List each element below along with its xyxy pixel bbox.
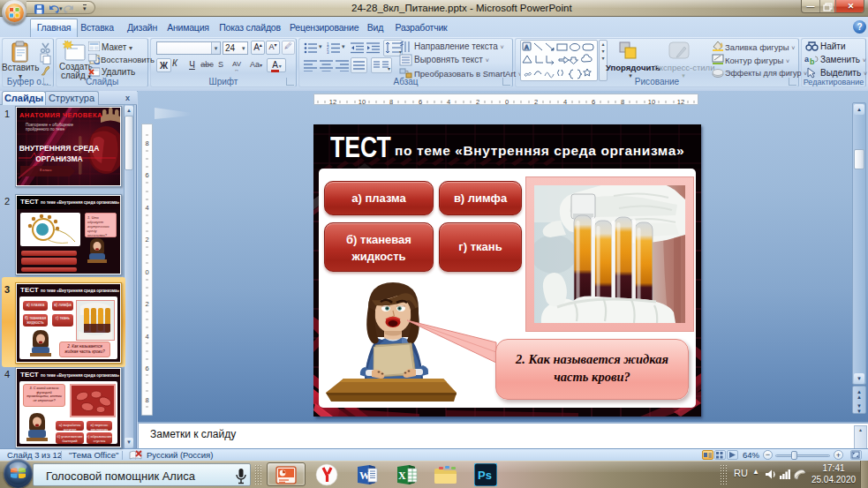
svg-text:W: W bbox=[359, 469, 370, 482]
svg-text:8: 8 bbox=[621, 98, 624, 106]
svg-text:10: 10 bbox=[359, 98, 366, 106]
svg-text:4: 4 bbox=[145, 204, 148, 212]
svg-text:10: 10 bbox=[648, 98, 655, 106]
svg-text:6: 6 bbox=[419, 98, 422, 106]
svg-text:12: 12 bbox=[329, 98, 336, 106]
svg-text:b: b bbox=[810, 57, 815, 66]
svg-text:4: 4 bbox=[447, 98, 450, 106]
svg-text:6: 6 bbox=[592, 98, 595, 106]
svg-text:0: 0 bbox=[145, 268, 148, 276]
svg-text:X: X bbox=[398, 469, 406, 482]
svg-text:8: 8 bbox=[389, 98, 393, 106]
svg-text:4: 4 bbox=[145, 333, 148, 341]
svg-text:4: 4 bbox=[563, 98, 567, 106]
svg-text:8: 8 bbox=[145, 139, 148, 147]
svg-text:6: 6 bbox=[145, 364, 148, 372]
svg-text:2: 2 bbox=[476, 98, 479, 106]
svg-text:2: 2 bbox=[145, 236, 148, 244]
svg-text:0: 0 bbox=[505, 98, 509, 106]
svg-text:3: 3 bbox=[327, 50, 329, 55]
svg-text:A: A bbox=[525, 44, 529, 50]
svg-text:2: 2 bbox=[145, 300, 148, 308]
svg-text:2: 2 bbox=[534, 98, 538, 106]
svg-text:8: 8 bbox=[145, 396, 148, 404]
svg-text:Ps: Ps bbox=[478, 469, 492, 482]
svg-text:12: 12 bbox=[677, 98, 684, 106]
svg-text:6: 6 bbox=[145, 171, 148, 179]
